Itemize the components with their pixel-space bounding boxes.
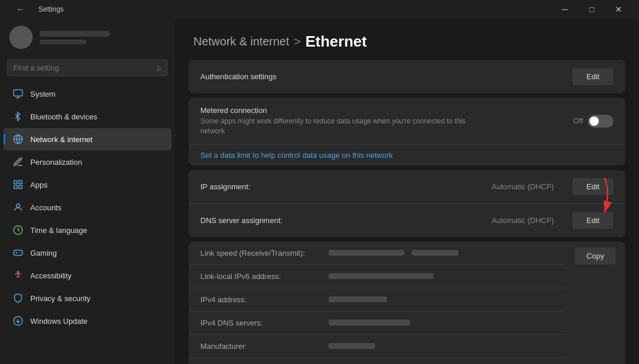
close-button[interactable]: ✕ xyxy=(605,0,632,19)
auth-settings-content: Authentication settings xyxy=(200,72,573,81)
page-header: Network & internet > Ethernet xyxy=(175,19,639,60)
svg-point-8 xyxy=(16,204,20,207)
auth-settings-action: Edit xyxy=(573,68,613,85)
metered-description: Some apps might work differently to redu… xyxy=(200,116,492,136)
titlebar-controls: ─ □ ✕ xyxy=(552,0,632,19)
blur-value xyxy=(412,250,458,256)
sidebar-label-privacy: Privacy & security xyxy=(30,294,90,303)
info-rows-list: Link speed (Receive/Transmit): Link-loca… xyxy=(189,242,566,364)
copy-button[interactable]: Copy xyxy=(575,248,616,264)
breadcrumb-parent: Network & internet xyxy=(193,35,290,48)
dns-assignment-row: DNS server assignment: Automatic (DHCP) … xyxy=(189,204,625,237)
bluetooth-icon xyxy=(13,111,23,122)
sidebar-label-accounts: Accounts xyxy=(30,203,61,212)
dns-assignment-content: DNS server assignment: xyxy=(200,216,492,225)
sidebar-label-gaming: Gaming xyxy=(30,249,57,257)
avatar xyxy=(9,26,33,49)
info-label: Link-local IPv6 address: xyxy=(200,272,329,281)
ip-edit-button[interactable]: Edit xyxy=(573,178,613,195)
sidebar-item-system[interactable]: System xyxy=(3,83,171,105)
personalization-icon xyxy=(13,157,23,167)
breadcrumb-current: Ethernet xyxy=(305,33,366,51)
blur-value xyxy=(329,250,404,256)
blur-value xyxy=(329,343,375,349)
sidebar-label-windows-update: Windows Update xyxy=(30,317,87,326)
info-row: Manufacturer: xyxy=(189,335,566,358)
sidebar-item-accessibility[interactable]: Accessibility xyxy=(3,264,171,287)
svg-rect-10 xyxy=(14,250,23,256)
ip-assignment-content: IP assignment: xyxy=(200,182,492,191)
maximize-button[interactable]: □ xyxy=(578,0,605,19)
auth-settings-label: Authentication settings xyxy=(200,72,573,81)
info-row: Description: xyxy=(189,358,566,364)
sidebar-item-windows-update[interactable]: Windows Update xyxy=(3,310,171,332)
search-box[interactable]: ⌕ xyxy=(7,59,168,76)
user-subtitle xyxy=(40,40,86,44)
system-icon xyxy=(13,89,23,99)
gaming-icon xyxy=(13,248,23,258)
blur-value xyxy=(329,296,387,302)
breadcrumb: Network & internet > Ethernet xyxy=(193,33,620,51)
ip-assignment-label: IP assignment: xyxy=(200,182,492,191)
sidebar-label-personalization: Personalization xyxy=(30,158,82,167)
info-value xyxy=(329,317,554,328)
app-body: ⌕ System Bluetooth & devices Network & i… xyxy=(0,19,639,364)
sidebar-label-bluetooth: Bluetooth & devices xyxy=(30,112,97,121)
time-icon xyxy=(13,225,23,235)
metered-content: Metered connection Some apps might work … xyxy=(200,106,573,136)
metered-toggle: Off xyxy=(573,115,613,128)
sidebar: ⌕ System Bluetooth & devices Network & i… xyxy=(0,19,175,364)
blur-value xyxy=(329,273,433,279)
ip-assignment-row: IP assignment: Automatic (DHCP) Edit xyxy=(189,170,625,204)
sidebar-item-time[interactable]: Time & language xyxy=(3,219,171,241)
ip-assignment-value: Automatic (DHCP) xyxy=(492,182,554,191)
svg-rect-7 xyxy=(19,186,22,189)
accessibility-icon xyxy=(13,270,23,281)
data-limit-link[interactable]: Set a data limit to help control data us… xyxy=(189,145,625,165)
svg-point-11 xyxy=(17,271,19,273)
sidebar-item-bluetooth[interactable]: Bluetooth & devices xyxy=(3,105,171,128)
sidebar-item-apps[interactable]: Apps xyxy=(3,174,171,196)
toggle-off-label: Off xyxy=(573,116,583,125)
auth-edit-button[interactable]: Edit xyxy=(573,68,613,85)
sidebar-item-privacy[interactable]: Privacy & security xyxy=(3,287,171,309)
info-row: IPv4 address: xyxy=(189,288,566,312)
data-limit-row: Set a data limit to help control data us… xyxy=(189,145,625,165)
auth-settings-row: Authentication settings Edit xyxy=(189,60,625,93)
sidebar-item-gaming[interactable]: Gaming xyxy=(3,242,171,264)
search-icon: ⌕ xyxy=(157,63,161,72)
info-row: Link-local IPv6 address: xyxy=(189,265,566,288)
sidebar-label-accessibility: Accessibility xyxy=(30,271,72,280)
sidebar-item-personalization[interactable]: Personalization xyxy=(3,151,171,173)
metered-toggle-switch[interactable] xyxy=(588,115,613,128)
svg-rect-5 xyxy=(19,181,22,183)
search-area: ⌕ xyxy=(0,56,175,80)
dns-row-wrapper: DNS server assignment: Automatic (DHCP) … xyxy=(189,204,625,237)
back-button[interactable]: ← xyxy=(7,0,34,19)
dns-assignment-value: Automatic (DHCP) xyxy=(492,216,554,225)
sidebar-item-network[interactable]: Network & internet xyxy=(3,128,171,150)
metered-label: Metered connection xyxy=(200,106,573,115)
titlebar-left: ← Settings xyxy=(7,0,63,19)
auth-settings-card: Authentication settings Edit xyxy=(189,60,625,93)
windows-update-icon xyxy=(13,316,23,326)
sidebar-item-accounts[interactable]: Accounts xyxy=(3,196,171,218)
sidebar-label-network: Network & internet xyxy=(30,135,93,144)
search-input[interactable] xyxy=(13,63,152,72)
svg-rect-4 xyxy=(14,181,17,183)
content-area: Network & internet > Ethernet Authentica… xyxy=(175,19,639,364)
sidebar-label-apps: Apps xyxy=(30,181,48,189)
user-name xyxy=(40,31,110,37)
dns-edit-button[interactable]: Edit xyxy=(573,212,613,229)
sidebar-nav: System Bluetooth & devices Network & int… xyxy=(0,80,175,364)
minimize-button[interactable]: ─ xyxy=(552,0,578,19)
accounts-icon xyxy=(13,202,23,213)
sidebar-label-time: Time & language xyxy=(30,226,87,235)
info-row: Link speed (Receive/Transmit): xyxy=(189,242,566,265)
network-icon xyxy=(13,134,23,144)
privacy-icon xyxy=(13,293,23,303)
apps-icon xyxy=(13,179,23,190)
ip-assignment-action: Automatic (DHCP) Edit xyxy=(492,178,613,195)
sidebar-label-system: System xyxy=(30,90,55,98)
user-profile xyxy=(0,19,175,56)
